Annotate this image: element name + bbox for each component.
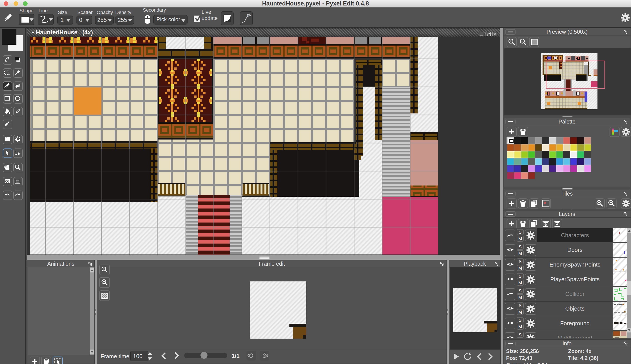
svg-text:4px: 4px bbox=[247, 14, 251, 17]
